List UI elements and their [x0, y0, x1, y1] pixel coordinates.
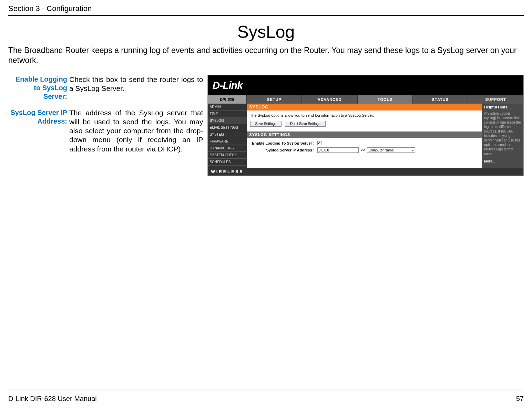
router-screenshot: D-Link DIR-628 SETUP ADVANCED TOOLS STAT…	[207, 75, 524, 176]
enable-checkbox[interactable]	[317, 141, 321, 145]
sidebar-item-admin[interactable]: ADMIN	[208, 104, 247, 110]
enable-label: Enable Logging To Syslog Server :	[250, 141, 317, 145]
computer-select[interactable]: Computer Name	[367, 147, 415, 153]
settings-title-bar: SYSLOG SETTINGS	[247, 131, 482, 138]
definition-text: The address of the SysLog server that wi…	[69, 108, 203, 154]
ip-input[interactable]: 0.0.0.0	[317, 147, 359, 153]
intro-text: The Broadband Router keeps a running log…	[8, 45, 524, 65]
sidebar-item-system[interactable]: SYSTEM	[208, 131, 247, 138]
nav-tab-row: DIR-628 SETUP ADVANCED TOOLS STATUS SUPP…	[208, 95, 523, 104]
hints-column: Helpful Hints... A System Logger (syslog…	[482, 104, 523, 168]
brand-bar: D-Link	[208, 75, 523, 95]
footer-rule	[8, 390, 524, 390]
tab-setup[interactable]: SETUP	[247, 95, 302, 104]
footer-page-number: 57	[516, 395, 524, 403]
tab-status[interactable]: STATUS	[413, 95, 468, 104]
hints-body: A System Logger (syslog) is a server tha…	[482, 110, 523, 157]
footer-left: D-Link DIR-628 User Manual	[8, 395, 97, 403]
cancel-button[interactable]: Don't Save Settings	[285, 121, 326, 127]
ip-separator: <<	[361, 148, 365, 152]
definition-text: Check this box to send the router logs t…	[69, 75, 203, 101]
header-rule	[8, 15, 524, 16]
brand-logo: D-Link	[213, 80, 243, 91]
panel-description: The SysLog options allow you to send log…	[247, 110, 482, 119]
tab-tools[interactable]: TOOLS	[357, 95, 413, 104]
sidebar-item-syslog[interactable]: SYSLOG	[208, 117, 247, 124]
wireless-bar: WIRELESS	[208, 168, 523, 176]
tab-advanced[interactable]: ADVANCED	[302, 95, 357, 104]
page-title: SysLog	[0, 22, 532, 42]
sidebar-item-time[interactable]: TIME	[208, 110, 247, 117]
tab-support[interactable]: SUPPORT	[468, 95, 523, 104]
sidebar-item-email[interactable]: EMAIL SETTINGS	[208, 124, 247, 131]
hints-more-link[interactable]: More...	[482, 157, 523, 165]
main-panel: SYSLOG The SysLog options allow you to s…	[247, 104, 482, 168]
sidebar-item-ddns[interactable]: DYNAMIC DNS	[208, 145, 247, 152]
section-header: Section 3 - Configuration	[0, 0, 532, 15]
hints-header: Helpful Hints...	[482, 104, 523, 110]
ip-label: Syslog Server IP Address :	[250, 148, 317, 152]
sidebar-item-firmware[interactable]: FIRMWARE	[208, 138, 247, 145]
sidebar: ADMIN TIME SYSLOG EMAIL SETTINGS SYSTEM …	[208, 104, 247, 168]
save-button[interactable]: Save Settings	[250, 121, 282, 127]
sidebar-item-systemcheck[interactable]: SYSTEM CHECK	[208, 152, 247, 159]
definition-row: Enable Logging to SysLog Server: Check t…	[8, 75, 203, 101]
definition-row: SysLog Server IP Address: The address of…	[8, 108, 203, 154]
sidebar-item-schedules[interactable]: SCHEDULES	[208, 159, 247, 166]
model-cell: DIR-628	[208, 95, 247, 104]
definition-label: Enable Logging to SysLog Server:	[8, 75, 69, 101]
definition-list: Enable Logging to SysLog Server: Check t…	[8, 75, 203, 176]
panel-title-bar: SYSLOG	[247, 104, 482, 110]
definition-label: SysLog Server IP Address:	[8, 108, 69, 154]
